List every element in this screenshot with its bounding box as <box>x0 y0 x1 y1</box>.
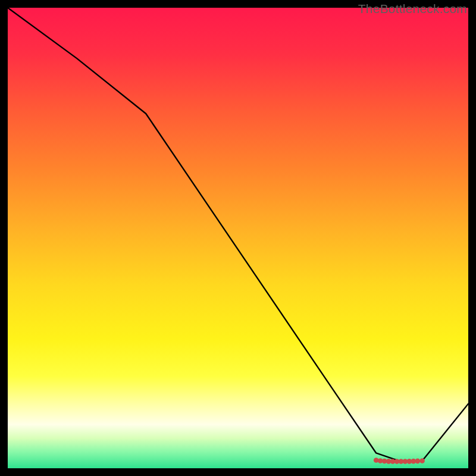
marker-dot <box>419 458 425 464</box>
watermark-text: TheBottleneck.com <box>358 2 467 16</box>
marker-dot <box>415 459 421 464</box>
gradient-background <box>8 8 468 468</box>
chart-svg <box>8 8 468 468</box>
chart-frame: TheBottleneck.com <box>8 8 468 468</box>
